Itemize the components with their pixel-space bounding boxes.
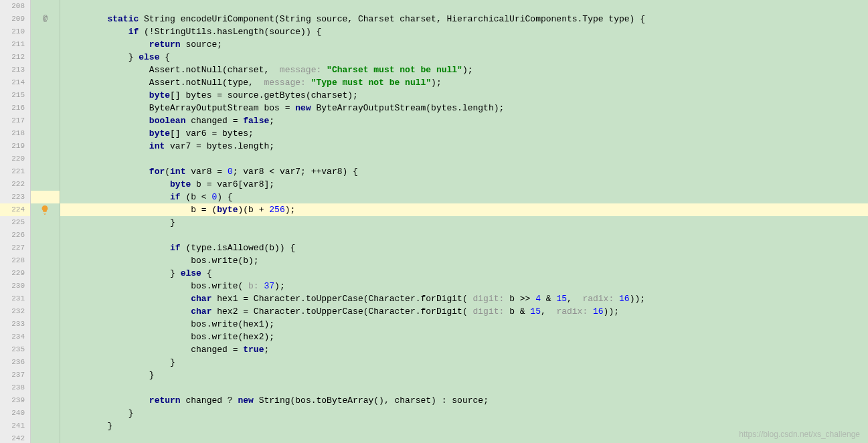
indent <box>66 141 149 151</box>
gutter-mark-row <box>31 38 60 51</box>
code-token: { <box>159 52 170 62</box>
line-number: 217 <box>0 114 30 127</box>
gutter-mark-row <box>31 280 60 292</box>
code-token: byte <box>217 205 238 215</box>
gutter-mark-row <box>31 127 60 140</box>
code-token: 256 <box>269 205 284 215</box>
code-token: ); <box>431 78 442 88</box>
line-number: 225 <box>0 216 30 229</box>
code-line[interactable]: if (!StringUtils.hasLength(source)) { <box>60 25 868 38</box>
gutter-mark-row <box>31 267 60 280</box>
code-line[interactable]: changed = true; <box>60 343 868 356</box>
gutter-mark-row <box>31 331 60 343</box>
code-token: ; <box>269 116 274 126</box>
gutter-mark-row <box>31 191 60 203</box>
gutter-mark-row <box>31 305 60 318</box>
code-line[interactable]: bos.write(b); <box>60 254 868 267</box>
line-number: 211 <box>0 38 30 51</box>
code-token: "Charset must not be null" <box>327 65 462 75</box>
code-line[interactable]: } <box>60 356 868 369</box>
code-token: static <box>107 14 139 24</box>
code-token: if <box>170 192 181 202</box>
code-token: ); <box>285 205 296 215</box>
code-line[interactable] <box>60 153 868 165</box>
line-number: 228 <box>0 254 30 267</box>
line-number: 238 <box>0 381 30 394</box>
code-line[interactable]: if (type.isAllowed(b)) { <box>60 242 868 254</box>
indent <box>66 319 191 329</box>
code-line[interactable]: bos.write( b: 37); <box>60 280 868 292</box>
indent <box>66 243 170 253</box>
code-token: } <box>128 52 139 62</box>
code-line[interactable] <box>60 381 868 394</box>
code-line[interactable]: } <box>60 216 868 229</box>
indent <box>66 395 149 406</box>
gutter-mark-row <box>31 407 60 420</box>
code-token: 16 <box>593 306 604 317</box>
code-token: , <box>567 294 578 304</box>
code-line[interactable]: static String encodeUriComponent(String … <box>60 13 868 25</box>
code-line[interactable]: for(int var8 = 0; var8 < var7; ++var8) { <box>60 165 868 178</box>
line-number: 214 <box>0 76 30 89</box>
code-line[interactable]: return source; <box>60 38 868 51</box>
code-line[interactable]: } <box>60 407 868 420</box>
code-token: String(bos.toByteArray(), charset) : sou… <box>254 395 489 406</box>
gutter-mark-row <box>31 25 60 38</box>
line-number: 230 <box>0 280 30 292</box>
code-line[interactable]: char hex1 = Character.toUpperCase(Charac… <box>60 292 868 305</box>
code-line[interactable]: int var7 = bytes.length; <box>60 140 868 153</box>
code-line[interactable]: } else { <box>60 51 868 64</box>
code-line[interactable]: byte b = var6[var8]; <box>60 178 868 191</box>
code-line[interactable]: bos.write(hex1); <box>60 318 868 331</box>
code-token: changed ? <box>181 395 238 406</box>
gutter-mark-row <box>31 178 60 191</box>
gutter-mark-row: @ <box>31 13 60 25</box>
code-line[interactable] <box>60 229 868 242</box>
code-token: message: <box>259 78 311 88</box>
gutter-mark-row <box>31 356 60 369</box>
code-token: )); <box>604 306 619 317</box>
code-line[interactable]: if (b < 0) { <box>60 191 868 203</box>
gutter-mark-row <box>31 102 60 114</box>
lightbulb-icon[interactable] <box>40 205 50 215</box>
code-line[interactable]: } <box>60 369 868 381</box>
line-number: 241 <box>0 420 30 432</box>
code-token: int <box>149 141 165 151</box>
indent <box>66 39 149 50</box>
code-line[interactable]: } else { <box>60 267 868 280</box>
code-line[interactable]: ByteArrayOutputStream bos = new ByteArra… <box>60 102 868 114</box>
code-token: else <box>181 268 201 278</box>
indent <box>66 268 170 278</box>
code-token: (!StringUtils.hasLength(source)) { <box>139 27 321 37</box>
code-line[interactable]: boolean changed = false; <box>60 114 868 127</box>
code-line[interactable]: b = (byte)(b + 256); <box>60 203 868 216</box>
line-number: 210 <box>0 25 30 38</box>
code-token: } <box>128 408 134 418</box>
line-number: 220 <box>0 153 30 165</box>
code-line[interactable]: byte[] bytes = source.getBytes(charset); <box>60 89 868 102</box>
gutter-mark-row <box>31 165 60 178</box>
code-line[interactable]: char hex2 = Character.toUpperCase(Charac… <box>60 305 868 318</box>
code-token: int <box>170 167 185 177</box>
gutter-mark-row <box>31 254 60 267</box>
code-line[interactable]: return changed ? new String(bos.toByteAr… <box>60 394 868 407</box>
line-number: 222 <box>0 178 30 191</box>
watermark: https://blog.csdn.net/xs_challenge <box>739 430 860 439</box>
code-token: & <box>541 294 556 304</box>
code-token: )); <box>630 294 645 304</box>
code-token: b: <box>243 281 264 291</box>
code-token: } <box>107 421 112 431</box>
gutter-mark-row <box>31 76 60 89</box>
code-line[interactable]: byte[] var6 = bytes; <box>60 127 868 140</box>
code-line[interactable]: Assert.notNull(charset, message: "Charse… <box>60 64 868 76</box>
code-token: digit: <box>468 294 509 304</box>
code-line[interactable]: Assert.notNull(type, message: "Type must… <box>60 76 868 89</box>
code-line[interactable] <box>60 0 868 13</box>
code-token: bos.write(hex2); <box>191 332 274 342</box>
override-icon[interactable]: @ <box>43 14 48 23</box>
code-area[interactable]: static String encodeUriComponent(String … <box>60 0 868 443</box>
code-token: 15 <box>530 306 541 317</box>
code-token: { <box>201 268 212 278</box>
code-line[interactable]: bos.write(hex2); <box>60 331 868 343</box>
code-token: if <box>170 243 181 253</box>
